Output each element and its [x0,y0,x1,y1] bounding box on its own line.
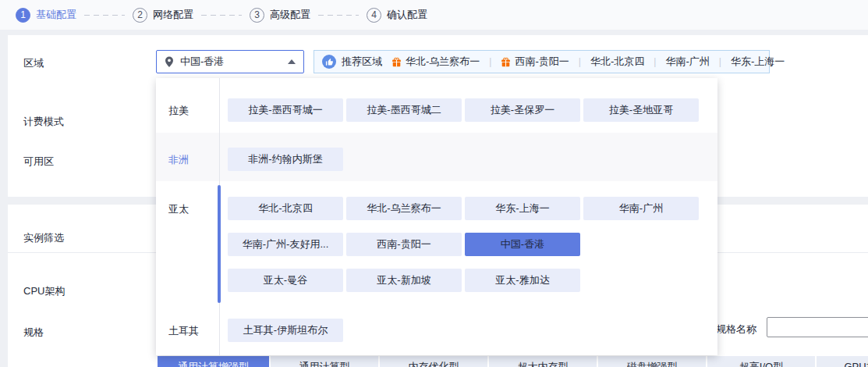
region-rows: 华北-北京四华北-乌兰察布一华东-上海一华南-广州华南-广州-友好用...西南-… [228,197,717,292]
step-1-active[interactable]: 1基础配置 [16,8,76,23]
availability-zone-label: 可用区 [23,155,54,169]
billing-mode-label: 计费模式 [23,115,64,129]
recommended-regions-bar: 推荐区域 华北-乌兰察布一|西南-贵阳一|华北-北京四|华南-广州|华东-上海一 [314,50,770,73]
region-label: 区域 [23,56,44,70]
region-dropdown-panel: 拉美拉美-墨西哥城一拉美-墨西哥城二拉美-圣保罗一拉美-圣地亚哥非洲非洲-约翰内… [156,78,717,355]
region-dropdown-sections: 拉美拉美-墨西哥城一拉美-墨西哥城二拉美-圣保罗一拉美-圣地亚哥非洲非洲-约翰内… [156,78,717,355]
region-option[interactable]: 华南-广州 [583,197,699,220]
region-category[interactable]: 非洲 [156,148,228,171]
region-option-selected[interactable]: 中国-香港 [465,233,580,256]
step-4-inactive[interactable]: 4确认配置 [367,8,427,23]
spec-tab-active[interactable]: 通用计算增强型 [158,356,269,367]
spec-tab-inactive[interactable]: 内存优化型 [380,356,487,367]
spec-tab-inactive[interactable]: 磁盘增强型 [598,356,706,367]
spec-tab-inactive[interactable]: 超大内存型 [489,356,597,367]
region-option[interactable]: 亚太-新加坡 [346,269,462,292]
region-option[interactable]: 亚太-曼谷 [228,269,343,292]
recommend-region-label: 西南-贵阳一 [515,55,569,69]
spec-tab-inactive[interactable]: GPU加速型 [817,356,868,367]
recommend-region-link[interactable]: 华北-北京四 [590,55,644,69]
spec-label: 规格 [23,326,44,340]
step-number: 2 [133,8,147,23]
recommend-region-label: 华东-上海一 [731,55,785,69]
step-connector [318,15,359,16]
spec-tab-inactive[interactable]: 超高I/O型 [707,356,815,367]
recommend-region-link[interactable]: 华东-上海一 [731,55,785,69]
region-option[interactable]: 亚太-雅加达 [465,269,580,292]
recommend-separator: | [654,56,656,67]
cpu-arch-label: CPU架构 [23,284,65,298]
spec-name-input[interactable] [767,317,868,337]
step-3-inactive[interactable]: 3高级配置 [250,8,310,23]
step-label: 基础配置 [36,8,76,22]
region-section-2: 非洲非洲-约翰内斯堡 [156,133,717,181]
region-rows: 土耳其-伊斯坦布尔 [228,319,717,342]
spec-name-label: 规格名称 [716,322,756,337]
recommend-region-link[interactable]: 华北-乌兰察布一 [391,55,480,69]
region-rows: 拉美-墨西哥城一拉美-墨西哥城二拉美-圣保罗一拉美-圣地亚哥 [228,98,717,122]
region-option[interactable]: 华北-乌兰察布一 [346,197,462,220]
step-number: 4 [367,8,381,23]
step-connector [84,15,125,16]
gift-icon [501,57,511,67]
ecs-purchase-page: 1基础配置2网络配置3高级配置4确认配置 区域 中国-香港 推荐区域 华北-乌兰… [0,0,868,367]
region-row: 非洲-约翰内斯堡 [228,148,717,171]
category-scrollbar-thumb[interactable] [218,185,221,303]
recommend-region-label: 华北-北京四 [590,55,644,69]
region-option[interactable]: 拉美-墨西哥城二 [346,98,462,122]
region-section-4: 土耳其土耳其-伊斯坦布尔 [156,308,717,355]
chevron-up-icon [288,59,296,64]
recommend-region-label: 华北-乌兰察布一 [406,55,480,69]
region-section-1: 拉美拉美-墨西哥城一拉美-墨西哥城二拉美-圣保罗一拉美-圣地亚哥 [156,78,717,133]
region-option[interactable]: 土耳其-伊斯坦布尔 [228,319,343,342]
step-connector [201,15,242,16]
step-2-inactive[interactable]: 2网络配置 [133,8,193,23]
location-pin-icon [165,56,174,67]
step-label: 网络配置 [153,8,193,22]
region-row: 华南-广州-友好用...西南-贵阳一中国-香港 [228,233,717,256]
region-select[interactable]: 中国-香港 [156,50,304,73]
instance-filter-label: 实例筛选 [23,231,64,245]
region-row: 拉美-墨西哥城一拉美-墨西哥城二拉美-圣保罗一拉美-圣地亚哥 [228,98,717,122]
spec-type-tabs: 通用计算增强型通用计算型内存优化型超大内存型磁盘增强型超高I/O型GPU加速型 [158,356,868,367]
region-section-3: 亚太华北-北京四华北-乌兰察布一华东-上海一华南-广州华南-广州-友好用...西… [156,181,717,308]
step-label: 确认配置 [387,8,427,22]
step-label: 高级配置 [270,8,310,22]
region-option[interactable]: 华南-广州-友好用... [228,233,343,256]
stepper: 1基础配置2网络配置3高级配置4确认配置 [0,0,868,30]
region-category[interactable]: 拉美 [156,98,228,122]
region-row: 土耳其-伊斯坦布尔 [228,319,717,342]
thumbs-up-icon [322,55,336,69]
region-category[interactable]: 土耳其 [156,319,228,342]
recommend-separator: | [719,56,721,67]
recommend-region-link[interactable]: 西南-贵阳一 [501,55,569,69]
recommended-regions-list: 华北-乌兰察布一|西南-贵阳一|华北-北京四|华南-广州|华东-上海一 [391,55,785,69]
region-option[interactable]: 华东-上海一 [465,197,580,220]
gift-icon [391,57,402,67]
region-option[interactable]: 非洲-约翰内斯堡 [228,148,343,171]
region-row: 华北-北京四华北-乌兰察布一华东-上海一华南-广州 [228,197,717,220]
recommend-region-link[interactable]: 华南-广州 [665,55,709,69]
recommend-region-label: 华南-广州 [665,55,709,69]
region-select-value: 中国-香港 [180,55,288,69]
region-option[interactable]: 拉美-墨西哥城一 [228,98,343,122]
region-rows: 非洲-约翰内斯堡 [228,148,717,171]
region-option[interactable]: 华北-北京四 [228,197,343,220]
recommended-regions-title: 推荐区域 [342,55,382,69]
region-option[interactable]: 拉美-圣地亚哥 [583,98,699,122]
region-option[interactable]: 拉美-圣保罗一 [465,98,580,122]
region-option[interactable]: 西南-贵阳一 [346,233,462,256]
step-number: 3 [250,8,264,23]
recommend-separator: | [579,56,581,67]
spec-tab-inactive[interactable]: 通用计算型 [271,356,378,367]
region-row: 亚太-曼谷亚太-新加坡亚太-雅加达 [228,269,717,292]
step-number: 1 [16,8,30,23]
recommend-separator: | [489,56,491,67]
